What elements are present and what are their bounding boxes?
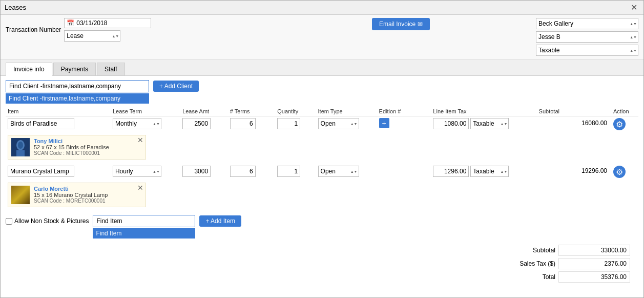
tab-invoice-info[interactable]: Invoice info [6, 63, 52, 76]
allow-non-stock-label: Allow Non Stock & Pictures [6, 217, 89, 225]
col-header-subtotal: Subtotal [537, 107, 611, 116]
subtotal-value-2: 19296.00 [539, 166, 609, 176]
window-title: Leases [5, 4, 26, 11]
taxable-select-2[interactable]: Taxable Non-Taxable [470, 166, 509, 177]
item-cell-2 [6, 164, 111, 180]
transaction-number-label: Transaction Number [6, 26, 61, 33]
tax-select[interactable]: Taxable Non-Taxable [536, 45, 638, 56]
lease-term-select-wrap-1: Monthly Hourly Daily [113, 118, 161, 129]
subtotal-cell-2: 19296.00 [537, 164, 611, 180]
lease-amt-cell-1 [180, 116, 228, 132]
sales-tax-label: Sales Tax ($) [504, 260, 555, 267]
artwork-thumbnail-2 [11, 186, 30, 204]
gallery-select-wrap: Beck Gallery [536, 18, 638, 29]
num-terms-input-1[interactable] [230, 118, 256, 129]
col-header-edition: Edition # [377, 107, 431, 116]
artwork-info-2: Carlo Moretti 15 x 16 Murano Crystal Lam… [34, 186, 142, 204]
item-input-2[interactable] [8, 166, 74, 177]
add-item-button[interactable]: + Add Item [199, 215, 241, 227]
edition-cell-1: + [377, 116, 431, 132]
date-input-wrap: 📅 [64, 18, 151, 28]
quantity-cell-1 [275, 116, 316, 132]
artwork-title-1: 52 x 67 x 15 Birds of Paradise [34, 144, 142, 150]
tax-select-wrap: Taxable Non-Taxable [536, 45, 638, 56]
num-terms-cell-1 [228, 116, 276, 132]
total-label: Total [504, 273, 555, 281]
edition-plus-button-1[interactable]: + [379, 118, 389, 128]
line-tax-cell-1: Taxable Non-Taxable [431, 116, 536, 132]
item-type-cell-1: Open Limited [316, 116, 377, 132]
top-bar: Transaction Number 📅 Lease Rental Loan E… [1, 15, 643, 59]
date-input[interactable] [76, 19, 128, 27]
edition-cell-2 [377, 164, 431, 180]
user-select[interactable]: Jesse B [536, 31, 638, 43]
svg-point-2 [18, 142, 23, 149]
col-header-num-terms: # Terms [228, 107, 276, 116]
quantity-input-2[interactable] [277, 166, 300, 177]
client-autocomplete-dropdown[interactable]: Find Client -firstname,lastname,company [6, 93, 149, 104]
artwork-thumbnail-1 [11, 138, 30, 156]
find-item-input[interactable] [93, 215, 195, 227]
lease-amt-input-1[interactable] [182, 118, 211, 129]
artwork-artist-1: Tony Milici [34, 138, 142, 144]
col-header-item: Item [6, 107, 111, 116]
lease-amt-cell-2 [180, 164, 228, 180]
items-table: Item Lease Term Lease Amt # Terms Quanti… [6, 107, 638, 209]
sales-tax-row: Sales Tax ($) [504, 258, 630, 269]
lease-term-select-2[interactable]: Hourly Monthly Daily [113, 166, 161, 177]
item-input-1[interactable] [8, 118, 74, 129]
calendar-icon: 📅 [67, 19, 74, 27]
tab-staff[interactable]: Staff [97, 63, 124, 75]
allow-non-stock-checkbox[interactable] [6, 218, 12, 225]
lease-amt-input-2[interactable] [182, 166, 211, 177]
artwork-close-2[interactable]: ✕ [137, 184, 143, 191]
lease-term-cell-1: Monthly Hourly Daily [111, 116, 180, 132]
close-button[interactable]: ✕ [629, 3, 639, 12]
gallery-select[interactable]: Beck Gallery [536, 18, 638, 29]
line-tax-input-2[interactable] [433, 166, 469, 177]
title-bar: Leases ✕ [1, 1, 643, 15]
num-terms-input-2[interactable] [230, 166, 256, 177]
right-selects: Beck Gallery Jesse B Taxable Non-Taxable [536, 18, 638, 56]
sales-tax-input[interactable] [558, 258, 630, 269]
num-terms-cell-2 [228, 164, 276, 180]
col-header-lease-amt: Lease Amt [180, 107, 228, 116]
artwork-card-cell-2: Carlo Moretti 15 x 16 Murano Crystal Lam… [6, 180, 638, 209]
bottom-section: Allow Non Stock & Pictures Find Item + A… [6, 215, 638, 229]
item-type-select-2[interactable]: Open Limited [318, 166, 359, 177]
allow-non-stock-text: Allow Non Stock & Pictures [14, 217, 89, 225]
taxable-select-1[interactable]: Taxable Non-Taxable [470, 118, 509, 129]
artwork-close-1[interactable]: ✕ [137, 136, 143, 144]
artwork-scan-2: SCAN Code : MORETC000001 [34, 198, 142, 204]
find-item-dropdown[interactable]: Find Item [93, 228, 195, 239]
email-invoice-button[interactable]: Email Invoice ✉ [372, 18, 430, 30]
add-client-button[interactable]: + Add Client [153, 81, 199, 92]
client-row: Find Client -firstname,lastname,company … [6, 80, 638, 92]
artwork-card-2: Carlo Moretti 15 x 16 Murano Crystal Lam… [8, 183, 146, 207]
total-input[interactable] [558, 271, 630, 283]
subtotal-input[interactable] [558, 245, 630, 256]
item-type-select-wrap-1: Open Limited [318, 118, 359, 129]
lease-type-select[interactable]: Lease Rental Loan [64, 30, 120, 42]
item-type-select-1[interactable]: Open Limited [318, 118, 359, 129]
find-item-wrap: Find Item [93, 215, 195, 227]
col-header-lease-term: Lease Term [111, 107, 180, 116]
action-button-2[interactable]: ⚙ [613, 166, 626, 178]
col-header-item-type: Item Type [316, 107, 377, 116]
action-cell-2: ⚙ [611, 164, 638, 180]
find-client-input[interactable] [6, 80, 149, 92]
col-header-quantity: Quantity [275, 107, 316, 116]
quantity-cell-2 [275, 164, 316, 180]
line-tax-input-1[interactable] [433, 118, 469, 129]
quantity-input-1[interactable] [277, 118, 300, 129]
artwork-title-2: 15 x 16 Murano Crystal Lamp [34, 192, 142, 198]
lease-term-select-1[interactable]: Monthly Hourly Daily [113, 118, 161, 129]
subtotal-row: Subtotal [504, 245, 630, 256]
artwork-row-2: Carlo Moretti 15 x 16 Murano Crystal Lam… [6, 180, 638, 209]
lease-term-cell-2: Hourly Monthly Daily [111, 164, 180, 180]
action-button-1[interactable]: ⚙ [613, 118, 626, 130]
item-cell-1 [6, 116, 111, 132]
table-row: Hourly Monthly Daily [6, 164, 638, 180]
total-row: Total [504, 271, 630, 283]
tab-payments[interactable]: Payments [53, 63, 96, 75]
